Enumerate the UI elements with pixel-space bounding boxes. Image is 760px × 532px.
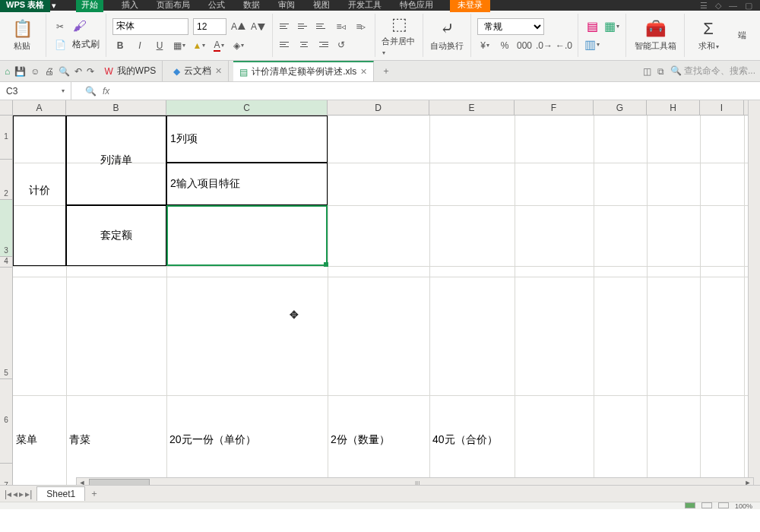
fx-search-icon[interactable]: 🔍 bbox=[85, 86, 97, 97]
copy-icon[interactable]: 🖌 bbox=[72, 19, 87, 34]
minimize-icon[interactable]: — bbox=[729, 1, 737, 11]
user-icon[interactable]: ◇ bbox=[715, 1, 721, 11]
font-color-button[interactable]: A▾ bbox=[211, 38, 226, 53]
menu-data[interactable]: 数据 bbox=[243, 0, 260, 12]
cell-grid[interactable]: 计价 列清单 1列项 2输入项目特征 套定额 菜单 青菜 20元一份（单价） 2… bbox=[13, 116, 760, 509]
cell-C1[interactable]: 1列项 bbox=[166, 116, 328, 163]
cell-A6[interactable]: 菜单 bbox=[13, 395, 66, 485]
format-painter-icon[interactable]: 📄 bbox=[52, 37, 68, 52]
sum-button[interactable]: Σ 求和▾ bbox=[691, 19, 726, 52]
cond-format-icon[interactable]: ▤ bbox=[584, 19, 600, 34]
decrease-decimal-icon[interactable]: ←.0 bbox=[556, 38, 572, 53]
align-middle-icon[interactable] bbox=[297, 21, 311, 33]
col-header-C[interactable]: C bbox=[166, 100, 328, 115]
qa-what-icon[interactable]: ☺ bbox=[30, 66, 40, 77]
smart-toolbox-button[interactable]: 🧰 智能工具箱 bbox=[632, 19, 678, 52]
cell-A1[interactable]: 计价 bbox=[13, 116, 66, 266]
formula-bar[interactable] bbox=[109, 82, 760, 100]
indent-decrease-icon[interactable]: ≡◃ bbox=[334, 19, 349, 34]
skin-icon[interactable]: ☰ bbox=[700, 1, 708, 11]
row-header-3[interactable]: 3 bbox=[0, 200, 12, 257]
window-split-icon[interactable]: ◫ bbox=[643, 66, 651, 77]
col-header-H[interactable]: H bbox=[647, 100, 700, 115]
cell-D6[interactable]: 2份（数量） bbox=[328, 395, 429, 485]
maximize-icon[interactable]: ▢ bbox=[745, 1, 752, 11]
qa-save-icon[interactable]: 💾 bbox=[14, 66, 26, 77]
col-header-D[interactable]: D bbox=[328, 100, 429, 115]
view-normal-icon[interactable] bbox=[685, 502, 695, 508]
qa-print-icon[interactable]: 🖨 bbox=[45, 66, 54, 77]
italic-button[interactable]: I bbox=[132, 38, 147, 53]
qa-undo-icon[interactable]: ↶ bbox=[74, 66, 82, 77]
row-header-5[interactable]: 5 bbox=[0, 268, 12, 379]
add-sheet-button[interactable]: ＋ bbox=[90, 487, 99, 500]
cell-E6[interactable]: 40元（合价） bbox=[429, 395, 515, 485]
tab-cloud-docs[interactable]: ◆ 云文档 ✕ bbox=[167, 61, 229, 81]
qa-home-icon[interactable]: ⌂ bbox=[5, 66, 10, 77]
menu-view[interactable]: 视图 bbox=[313, 0, 330, 12]
menu-home[interactable]: 开始 bbox=[76, 0, 103, 12]
paste-button[interactable]: 📋 粘贴 bbox=[5, 19, 40, 52]
fx-icon[interactable]: fx bbox=[103, 86, 109, 97]
cell-B1[interactable]: 列清单 bbox=[66, 116, 166, 205]
decrease-font-icon[interactable]: A⯆ bbox=[251, 19, 266, 34]
wrap-text-button[interactable]: ⤶ 自动换行 bbox=[429, 19, 464, 52]
comma-icon[interactable]: 000 bbox=[517, 38, 532, 53]
tab-current-file[interactable]: ▤ 计价清单定额举例讲述.xls ✕ bbox=[233, 61, 374, 81]
login-button[interactable]: 未登录 bbox=[450, 0, 490, 12]
orientation-icon[interactable]: ↺ bbox=[334, 37, 349, 52]
font-size-combo[interactable] bbox=[193, 18, 226, 35]
indent-increase-icon[interactable]: ≡▹ bbox=[353, 19, 369, 34]
sheet-nav-next-icon[interactable]: ▸ bbox=[19, 489, 24, 499]
sheet-nav-last-icon[interactable]: ▸| bbox=[25, 489, 32, 499]
cut-icon[interactable]: ✂ bbox=[52, 19, 68, 34]
view-page-icon[interactable] bbox=[701, 502, 712, 508]
cell-B3[interactable]: 套定额 bbox=[66, 205, 166, 266]
close-icon[interactable]: ✕ bbox=[215, 66, 222, 76]
sheet-nav-prev-icon[interactable]: ◂ bbox=[13, 489, 17, 499]
menu-special[interactable]: 特色应用 bbox=[400, 0, 433, 12]
currency-icon[interactable]: ¥▾ bbox=[477, 38, 492, 53]
view-break-icon[interactable] bbox=[718, 502, 729, 508]
name-box[interactable]: C3▾ bbox=[0, 82, 71, 100]
menu-page-layout[interactable]: 页面布局 bbox=[157, 0, 190, 12]
align-right-icon[interactable] bbox=[315, 39, 329, 51]
vertical-scrollbar[interactable] bbox=[748, 100, 760, 488]
sheet-tab-1[interactable]: Sheet1 bbox=[36, 486, 85, 501]
clear-format-button[interactable]: ◈▾ bbox=[231, 38, 246, 53]
command-search[interactable]: 🔍 查找命令、搜索... bbox=[670, 65, 755, 78]
row-header-4[interactable]: 4 bbox=[0, 257, 12, 268]
align-bottom-icon[interactable] bbox=[315, 21, 329, 33]
number-format-combo[interactable]: 常规 bbox=[477, 18, 544, 35]
tab-my-wps[interactable]: W 我的WPS bbox=[99, 61, 163, 81]
cell-style-icon[interactable]: ▥▾ bbox=[584, 37, 600, 52]
align-left-icon[interactable] bbox=[279, 39, 293, 51]
menu-formula[interactable]: 公式 bbox=[208, 0, 225, 12]
format-painter-label[interactable]: 格式刷 bbox=[72, 38, 100, 51]
row-header-2[interactable]: 2 bbox=[0, 160, 12, 200]
window-switch-icon[interactable]: ⧉ bbox=[657, 66, 664, 77]
percent-icon[interactable]: % bbox=[497, 38, 512, 53]
merge-center-button[interactable]: ⬚ 合并居中▾ bbox=[382, 14, 416, 56]
sheet-nav-first-icon[interactable]: |◂ bbox=[5, 489, 11, 499]
app-menu-dropdown[interactable]: ▾ bbox=[52, 1, 56, 11]
increase-decimal-icon[interactable]: .0→ bbox=[537, 38, 552, 53]
fill-color-button[interactable]: ▲▾ bbox=[192, 38, 207, 53]
qa-redo-icon[interactable]: ↷ bbox=[87, 66, 94, 77]
close-icon[interactable]: ✕ bbox=[360, 67, 367, 77]
col-header-A[interactable]: A bbox=[13, 100, 66, 115]
col-header-F[interactable]: F bbox=[515, 100, 594, 115]
add-tab-button[interactable]: ＋ bbox=[382, 65, 391, 78]
cell-B6[interactable]: 青菜 bbox=[66, 395, 166, 485]
col-header-G[interactable]: G bbox=[594, 100, 647, 115]
table-style-icon[interactable]: ▦▾ bbox=[604, 19, 619, 34]
col-header-E[interactable]: E bbox=[429, 100, 515, 115]
menu-insert[interactable]: 插入 bbox=[122, 0, 138, 12]
increase-font-icon[interactable]: A⯅ bbox=[231, 19, 246, 34]
menu-devtools[interactable]: 开发工具 bbox=[348, 0, 382, 12]
cell-C6[interactable]: 20元一份（单价） bbox=[166, 395, 328, 485]
align-center-icon[interactable] bbox=[297, 39, 311, 51]
row-header-6[interactable]: 6 bbox=[0, 379, 12, 464]
align-top-icon[interactable] bbox=[279, 21, 293, 33]
border-button[interactable]: ▦▾ bbox=[172, 38, 187, 53]
